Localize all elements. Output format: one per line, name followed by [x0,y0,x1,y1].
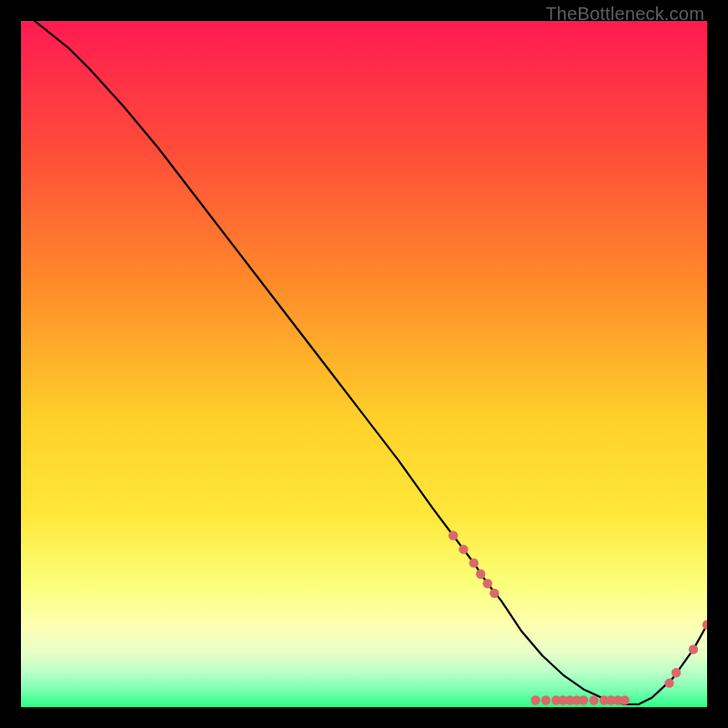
data-marker [703,620,707,629]
attribution-text: TheBottleneck.com [545,4,704,25]
bottleneck-curve [35,21,707,704]
data-marker [469,558,478,567]
data-marker [449,531,458,540]
data-marker [459,544,468,553]
chart-overlay [21,21,707,707]
data-marker [483,579,492,588]
data-marker [579,695,588,704]
data-marker [476,570,485,579]
data-marker [689,644,698,653]
plot-area [21,21,707,707]
data-marker [589,695,598,704]
data-marker [664,678,673,687]
data-marker [541,695,551,704]
chart-stage: TheBottleneck.com [0,0,728,728]
data-marker [672,668,681,677]
data-marker [490,589,499,598]
data-marker [531,695,540,704]
data-marker [620,695,629,704]
